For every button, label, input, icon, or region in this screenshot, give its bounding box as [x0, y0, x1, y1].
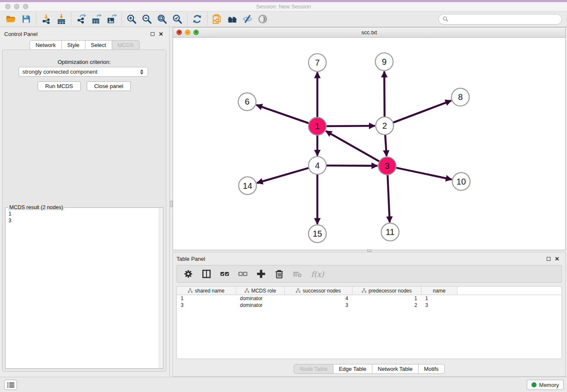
- clone-network-button[interactable]: [209, 12, 225, 26]
- function-builder-button[interactable]: f(x): [311, 270, 324, 279]
- column-settings-button[interactable]: [184, 269, 193, 279]
- clear-all-checks-button[interactable]: [238, 269, 248, 279]
- search-field[interactable]: [438, 14, 562, 25]
- cell-shared-name: 3: [177, 302, 236, 308]
- export-table-button[interactable]: [89, 12, 104, 26]
- graph-edge-3-1[interactable]: [326, 131, 380, 162]
- home-view-button[interactable]: [225, 12, 240, 26]
- open-folder-icon: [6, 14, 17, 25]
- graph-edge-4-14[interactable]: [257, 168, 309, 183]
- save-session-button[interactable]: [19, 12, 34, 26]
- graph-edge-1-2[interactable]: [326, 126, 375, 126]
- memory-button[interactable]: Memory: [527, 380, 564, 390]
- close-panel-button-inner[interactable]: Close panel: [87, 81, 131, 91]
- network-window: ✕ − + scc.txt 7968124314101511: [173, 27, 566, 250]
- tab-network-table[interactable]: Network Table: [372, 364, 418, 374]
- split-view-button[interactable]: [202, 269, 211, 279]
- zoom-out-button[interactable]: [139, 12, 154, 26]
- column-header-MCDS-role[interactable]: MCDS role: [236, 287, 285, 295]
- table-tabs: Node TableEdge TableNetwork TableMotifs: [173, 364, 565, 374]
- export-table-icon: [91, 14, 102, 25]
- refresh-layout-button[interactable]: [190, 12, 205, 26]
- network-zoom-button[interactable]: +: [193, 30, 199, 35]
- checked-boxes-icon: [220, 269, 229, 279]
- toolbar-separator: [71, 13, 72, 25]
- tab-edge-table[interactable]: Edge Table: [333, 364, 372, 374]
- search-input[interactable]: [451, 16, 558, 22]
- table-float-button[interactable]: [547, 257, 550, 261]
- table-row[interactable]: 3dominator323: [177, 302, 561, 309]
- graph-node-label-6: 6: [245, 97, 249, 106]
- tab-node-table[interactable]: Node Table: [294, 364, 333, 374]
- tab-network[interactable]: Network: [30, 40, 62, 50]
- column-header-name[interactable]: name: [421, 287, 457, 295]
- horizontal-splitter-handle[interactable]: [367, 249, 372, 252]
- save-icon: [21, 14, 32, 25]
- refresh-icon: [192, 14, 203, 25]
- export-network-button[interactable]: [74, 12, 89, 26]
- toolbar-separator: [121, 13, 122, 25]
- network-canvas[interactable]: 7968124314101511: [173, 38, 565, 250]
- graph-edge-3-10[interactable]: [396, 168, 452, 179]
- import-table-button[interactable]: [54, 12, 69, 26]
- node-table[interactable]: shared nameMCDS rolesuccessor nodesprede…: [176, 286, 562, 359]
- column-header-predecessor-nodes[interactable]: predecessor nodes: [352, 287, 421, 295]
- clone-network-icon: [212, 14, 223, 25]
- cell-predecessor-nodes: 2: [352, 302, 421, 308]
- show-all-button[interactable]: [255, 12, 270, 26]
- graph-edge-2-9[interactable]: [384, 72, 385, 117]
- delete-table-button[interactable]: [293, 269, 302, 279]
- task-history-button[interactable]: [4, 380, 17, 390]
- memory-status-icon: [531, 382, 537, 387]
- optimization-criterion-label: Optimization criterion:: [3, 59, 166, 65]
- graph-edge-2-8[interactable]: [393, 101, 451, 123]
- tab-motifs[interactable]: Motifs: [418, 364, 445, 374]
- tab-select[interactable]: Select: [85, 40, 112, 50]
- hide-selected-button[interactable]: [240, 12, 255, 26]
- vertical-splitter[interactable]: [169, 27, 173, 377]
- column-header-filler: [457, 287, 561, 295]
- tab-style[interactable]: Style: [62, 40, 85, 50]
- column-header-successor-nodes[interactable]: successor nodes: [285, 287, 352, 295]
- graph-edge-2-3[interactable]: [385, 135, 386, 156]
- graph-edge-4-3[interactable]: [326, 166, 377, 166]
- table-row[interactable]: 1dominator411: [177, 295, 561, 302]
- graph-edge-3-11[interactable]: [388, 175, 390, 223]
- zoom-selected-button[interactable]: [170, 12, 185, 26]
- network-close-button[interactable]: ✕: [176, 30, 182, 35]
- export-image-button[interactable]: [104, 12, 119, 26]
- toolbar-separator: [36, 13, 36, 25]
- cell-name: 3: [421, 302, 457, 308]
- mcds-result-scrollbar[interactable]: [159, 208, 162, 368]
- cell-shared-name: 1: [177, 295, 236, 301]
- column-header-shared-name[interactable]: shared name: [177, 287, 236, 295]
- graph-node-label-1: 1: [315, 121, 319, 131]
- add-row-button[interactable]: [256, 269, 266, 279]
- tab-mcds[interactable]: MCDS: [112, 40, 140, 50]
- list-icon: [7, 382, 14, 388]
- cell-name: 1: [421, 295, 457, 301]
- table-header-row: shared nameMCDS rolesuccessor nodesprede…: [177, 287, 561, 295]
- network-window-title: scc.txt: [173, 29, 565, 36]
- select-all-checks-button[interactable]: [220, 269, 229, 279]
- table-close-button[interactable]: ✕: [555, 256, 559, 262]
- delete-row-button[interactable]: [275, 269, 284, 279]
- open-session-button[interactable]: [3, 12, 19, 26]
- table-body: 1dominator4113dominator323: [177, 295, 561, 309]
- import-network-button[interactable]: [39, 12, 54, 26]
- network-minimize-button[interactable]: −: [185, 30, 190, 35]
- zoom-in-button[interactable]: [124, 12, 139, 26]
- float-panel-button[interactable]: [151, 32, 154, 36]
- zoom-fit-button[interactable]: [154, 12, 170, 26]
- mcds-result-text[interactable]: 1 3: [6, 208, 158, 368]
- graph-edge-1-6[interactable]: [256, 105, 309, 123]
- hierarchy-icon: [245, 288, 249, 293]
- run-mcds-button[interactable]: Run MCDS: [38, 81, 81, 91]
- eye-icon: [257, 14, 268, 25]
- toolbar-separator: [187, 13, 187, 25]
- import-table-icon: [56, 14, 67, 25]
- close-panel-button[interactable]: ✕: [159, 31, 163, 37]
- optimization-criterion-dropdown[interactable]: strongly connected component: [19, 67, 148, 77]
- graph-node-label-3: 3: [385, 161, 389, 171]
- dropdown-stepper-icon: [140, 69, 144, 75]
